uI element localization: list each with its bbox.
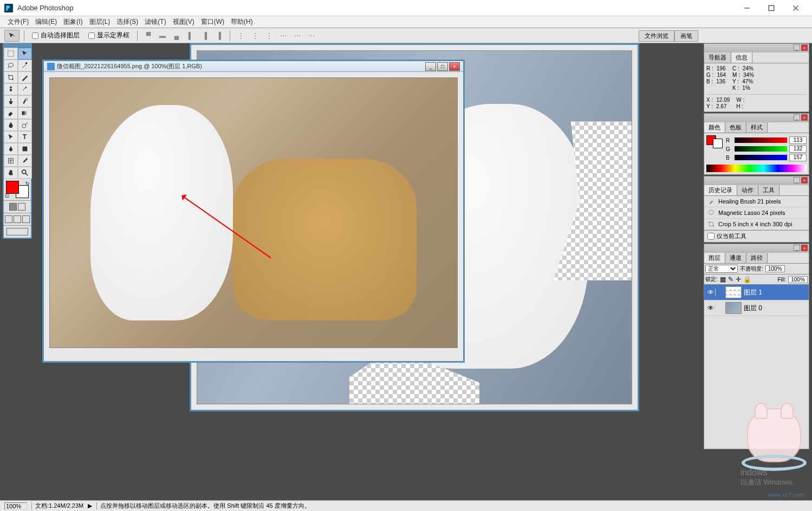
bg-preview[interactable] — [713, 139, 723, 148]
color-ramp[interactable] — [706, 165, 807, 172]
distrib-icon[interactable]: ⋯ — [291, 30, 304, 41]
opacity-value[interactable]: 100% — [765, 265, 785, 272]
zoom-level[interactable]: 100% — [4, 502, 27, 510]
doc-maximize-button[interactable]: □ — [437, 62, 448, 71]
history-item[interactable]: Magnetic Lasso 24 pixels — [704, 207, 809, 219]
foreground-color[interactable] — [6, 181, 19, 194]
align-top-icon[interactable]: ▀ — [142, 30, 155, 41]
swap-colors-icon[interactable]: ↻ — [25, 181, 30, 186]
panel-minimize-button[interactable]: _ — [794, 44, 800, 51]
layer-row[interactable]: 👁 图层 0 — [704, 300, 809, 316]
menu-window[interactable]: 窗口(W) — [198, 16, 228, 28]
blur-tool[interactable] — [4, 119, 18, 131]
tab-actions[interactable]: 动作 — [737, 185, 758, 195]
show-bounds-checkbox[interactable] — [88, 32, 95, 39]
layer-name[interactable]: 图层 1 — [744, 288, 762, 297]
lock-transparent-icon[interactable]: ▦ — [720, 276, 726, 283]
b-value[interactable]: 157 — [789, 154, 807, 161]
notes-tool[interactable] — [4, 155, 18, 167]
align-right-icon[interactable]: ▐ — [212, 30, 225, 41]
show-bounds-option[interactable]: 显示定界框 — [88, 31, 129, 40]
screen-mode-1-icon[interactable] — [5, 215, 12, 223]
tab-styles[interactable]: 样式 — [746, 122, 768, 133]
menu-layer[interactable]: 图层(L) — [86, 16, 114, 28]
g-slider[interactable] — [735, 146, 787, 152]
lock-position-icon[interactable]: ✛ — [736, 276, 741, 283]
b-slider[interactable] — [735, 155, 787, 160]
auto-select-checkbox[interactable] — [32, 32, 38, 39]
screen-mode-3-icon[interactable] — [22, 215, 30, 223]
layer-name[interactable]: 图层 0 — [744, 304, 762, 313]
slice-tool[interactable] — [18, 71, 32, 83]
crop-tool[interactable] — [4, 71, 18, 83]
file-browser-tab[interactable]: 文件浏览 — [639, 30, 674, 42]
zoom-tool[interactable] — [18, 167, 32, 179]
r-value[interactable]: 113 — [789, 136, 807, 144]
align-vcenter-icon[interactable]: ▬ — [156, 30, 169, 41]
color-preview[interactable] — [706, 135, 723, 162]
distrib-icon[interactable]: ⋮ — [263, 30, 276, 41]
tab-swatches[interactable]: 色板 — [725, 122, 746, 133]
marquee-tool[interactable] — [4, 48, 18, 60]
brush-tool[interactable] — [18, 83, 32, 95]
panel-close-button[interactable]: × — [801, 114, 808, 121]
panel-close-button[interactable]: × — [801, 245, 808, 251]
standard-mode-icon[interactable] — [9, 203, 17, 211]
menu-filter[interactable]: 滤镜(T) — [141, 16, 169, 28]
maximize-button[interactable] — [759, 1, 783, 16]
doc-minimize-button[interactable]: _ — [425, 62, 436, 71]
menu-image[interactable]: 图象(I) — [60, 16, 86, 28]
minimize-button[interactable] — [735, 1, 759, 16]
tab-channels[interactable]: 通道 — [725, 253, 746, 263]
align-left-icon[interactable]: ▌ — [184, 30, 197, 41]
tab-paths[interactable]: 路径 — [746, 253, 768, 263]
clone-stamp-tool[interactable] — [4, 95, 18, 107]
panel-minimize-button[interactable]: _ — [794, 177, 800, 184]
hand-tool[interactable] — [4, 167, 18, 179]
distrib-icon[interactable]: ⋯ — [305, 30, 318, 41]
menu-help[interactable]: 帮助(H) — [228, 16, 256, 28]
document-window-front[interactable]: 微信截图_20221226164955.png @ 100%(图层 1,RGB)… — [42, 60, 465, 363]
type-tool[interactable]: T — [18, 131, 32, 143]
visibility-icon[interactable]: 👁 — [706, 289, 716, 296]
panel-close-button[interactable]: × — [801, 44, 808, 51]
dodge-tool[interactable] — [18, 119, 32, 131]
menu-select[interactable]: 选择(S) — [113, 16, 141, 28]
eyedropper-tool[interactable] — [18, 155, 32, 167]
fill-value[interactable]: 100% — [788, 276, 808, 283]
tab-tools[interactable]: 工具 — [758, 185, 779, 195]
layer-thumbnail[interactable] — [725, 302, 742, 314]
current-tool-icon[interactable] — [4, 30, 20, 42]
doc-close-button[interactable]: × — [449, 62, 460, 71]
r-slider[interactable] — [735, 137, 787, 143]
align-hcenter-icon[interactable]: ▐ — [198, 30, 211, 41]
distrib-icon[interactable]: ⋮ — [235, 30, 248, 41]
path-selection-tool[interactable] — [4, 131, 18, 143]
tab-color[interactable]: 颜色 — [704, 122, 725, 133]
magic-wand-tool[interactable] — [18, 60, 32, 71]
history-item[interactable]: Crop 5 inch x 4 inch 300 dpi — [704, 219, 809, 230]
auto-select-option[interactable]: 自动选择图层 — [32, 31, 80, 40]
tab-info[interactable]: 信息 — [731, 53, 752, 63]
menu-edit[interactable]: 编辑(E) — [32, 16, 60, 28]
eraser-tool[interactable] — [4, 107, 18, 119]
visibility-icon[interactable]: 👁 — [706, 304, 716, 312]
pen-tool[interactable] — [4, 143, 18, 155]
distrib-icon[interactable]: ⋮ — [249, 30, 262, 41]
menu-view[interactable]: 视图(V) — [170, 16, 198, 28]
gradient-tool[interactable] — [18, 107, 32, 119]
blend-mode-select[interactable]: 正常 — [705, 265, 738, 273]
lock-pixels-icon[interactable]: ✎ — [728, 276, 733, 283]
healing-brush-tool[interactable] — [4, 83, 18, 95]
tab-navigator[interactable]: 导航器 — [704, 53, 731, 63]
align-bottom-icon[interactable]: ▄ — [170, 30, 183, 41]
doc-size[interactable]: 文档:1.24M/2.23M — [31, 502, 83, 510]
lock-all-icon[interactable]: 🔒 — [743, 276, 751, 283]
panel-minimize-button[interactable]: _ — [794, 114, 800, 121]
close-button[interactable] — [783, 1, 808, 16]
jump-to-imageready-icon[interactable] — [7, 228, 28, 235]
tab-layers[interactable]: 图层 — [704, 253, 725, 263]
g-value[interactable]: 132 — [789, 145, 807, 153]
canvas-front[interactable] — [50, 78, 457, 348]
move-tool[interactable] — [18, 48, 32, 60]
